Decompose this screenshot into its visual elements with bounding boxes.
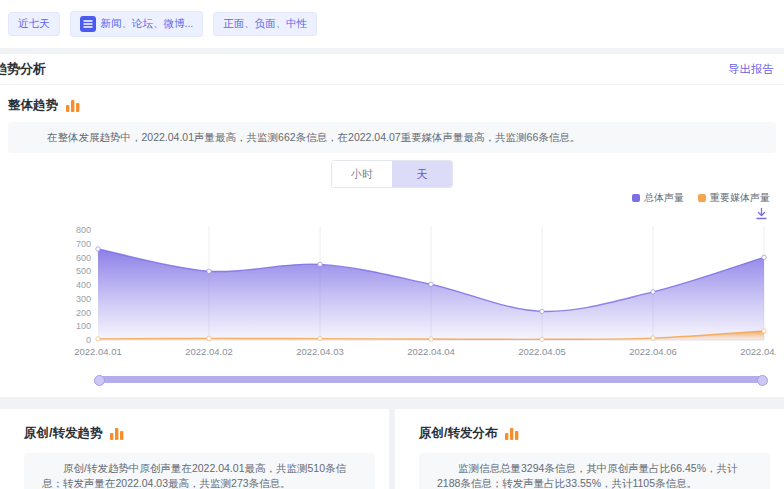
svg-text:300: 300 bbox=[76, 294, 91, 304]
legend-label-media: 重要媒体声量 bbox=[710, 191, 770, 205]
legend-swatch-total bbox=[632, 194, 640, 202]
legend-item-media-volume[interactable]: 重要媒体声量 bbox=[698, 191, 770, 205]
download-chart-icon[interactable] bbox=[755, 207, 768, 220]
legend-swatch-media bbox=[698, 194, 706, 202]
filter-chip-time[interactable]: 近七天 bbox=[8, 12, 60, 36]
origin-repost-distribution-summary: 监测信息总量3294条信息，其中原创声量占比66.45%，共计2188条信息；转… bbox=[419, 453, 770, 489]
divider bbox=[0, 397, 784, 409]
svg-text:100: 100 bbox=[76, 321, 91, 331]
svg-text:200: 200 bbox=[76, 308, 91, 318]
trend-analysis-panel: 趋势分析 导出报告 整体趋势 在整体发展趋势中，2022.04.01声量最高，共… bbox=[0, 54, 784, 383]
svg-text:2022.04.05: 2022.04.05 bbox=[518, 346, 566, 357]
svg-text:700: 700 bbox=[76, 239, 91, 249]
chart-zoom-slider[interactable] bbox=[98, 376, 764, 383]
origin-repost-distribution-title: 原创/转发分布 bbox=[419, 425, 497, 442]
overall-trend-summary-text: 在整体发展趋势中，2022.04.01声量最高，共监测662条信息，在2022.… bbox=[47, 131, 580, 143]
bar-chart-icon bbox=[505, 427, 519, 440]
bar-chart-icon bbox=[110, 427, 124, 440]
toggle-day-button[interactable]: 天 bbox=[392, 161, 452, 187]
svg-text:400: 400 bbox=[76, 280, 91, 290]
trend-chart-svg: 01002003004005006007008002022.04.012022.… bbox=[8, 222, 776, 364]
svg-text:800: 800 bbox=[76, 225, 91, 235]
overall-trend-header: 整体趋势 bbox=[0, 85, 784, 122]
trend-analysis-dashboard: 近七天 新闻、论坛、微博... 正面、负面、中性 趋势分析 导出报告 整体趋势 … bbox=[0, 0, 784, 489]
svg-text:2022.04.02: 2022.04.02 bbox=[185, 346, 233, 357]
source-channels-icon bbox=[80, 16, 96, 32]
panel-header: 趋势分析 导出报告 bbox=[0, 54, 784, 85]
filter-chip-time-label: 近七天 bbox=[18, 17, 50, 31]
card-origin-repost-trend: 原创/转发趋势 原创/转发趋势中原创声量在2022.04.01最高，共监测510… bbox=[0, 409, 389, 489]
trend-chart[interactable]: 01002003004005006007008002022.04.012022.… bbox=[0, 220, 784, 368]
filter-chip-sources[interactable]: 新闻、论坛、微博... bbox=[70, 11, 204, 37]
export-report-link[interactable]: 导出报告 bbox=[728, 62, 774, 77]
svg-text:0: 0 bbox=[86, 335, 91, 345]
toggle-hour-button[interactable]: 小时 bbox=[332, 161, 392, 187]
granularity-toggle: 小时 天 bbox=[331, 160, 453, 188]
legend-item-total-volume[interactable]: 总体声量 bbox=[632, 191, 684, 205]
svg-text:2022.04.06: 2022.04.06 bbox=[629, 346, 677, 357]
filter-chip-sentiment-label: 正面、负面、中性 bbox=[223, 17, 307, 31]
overall-trend-title: 整体趋势 bbox=[8, 97, 58, 114]
filter-chip-sources-label: 新闻、论坛、微博... bbox=[101, 17, 194, 31]
chart-legend: 总体声量 重要媒体声量 bbox=[0, 188, 784, 205]
page-title: 趋势分析 bbox=[0, 60, 46, 78]
svg-text:2022.04.03: 2022.04.03 bbox=[296, 346, 344, 357]
origin-repost-trend-summary: 原创/转发趋势中原创声量在2022.04.01最高，共监测510条信息；转发声量… bbox=[24, 453, 375, 489]
bar-chart-icon bbox=[66, 99, 80, 112]
bottom-cards: 原创/转发趋势 原创/转发趋势中原创声量在2022.04.01最高，共监测510… bbox=[0, 409, 784, 489]
svg-text:600: 600 bbox=[76, 253, 91, 263]
filter-chip-sentiment[interactable]: 正面、负面、中性 bbox=[213, 12, 317, 36]
filter-bar: 近七天 新闻、论坛、微博... 正面、负面、中性 bbox=[0, 0, 784, 48]
granularity-toggle-row: 小时 天 bbox=[0, 160, 784, 188]
card-origin-repost-distribution: 原创/转发分布 监测信息总量3294条信息，其中原创声量占比66.45%，共计2… bbox=[395, 409, 784, 489]
svg-text:2022.04.07: 2022.04.07 bbox=[740, 346, 776, 357]
legend-label-total: 总体声量 bbox=[644, 191, 684, 205]
chart-toolbox bbox=[0, 205, 784, 220]
svg-text:2022.04.04: 2022.04.04 bbox=[407, 346, 455, 357]
origin-repost-trend-title: 原创/转发趋势 bbox=[24, 425, 102, 442]
svg-text:2022.04.01: 2022.04.01 bbox=[74, 346, 122, 357]
svg-text:500: 500 bbox=[76, 266, 91, 276]
overall-trend-summary: 在整体发展趋势中，2022.04.01声量最高，共监测662条信息，在2022.… bbox=[8, 122, 776, 153]
